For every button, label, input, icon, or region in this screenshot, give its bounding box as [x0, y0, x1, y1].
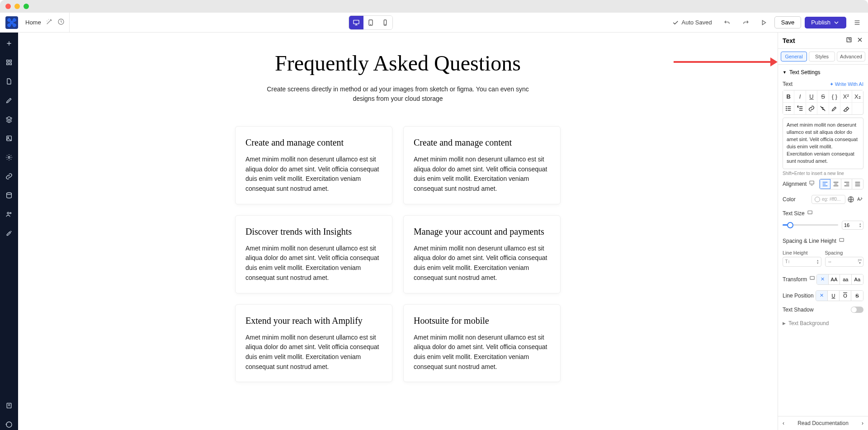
line-height-input[interactable]: T↕▴▾	[783, 257, 821, 267]
read-docs-link[interactable]: Read Documentation	[797, 420, 849, 426]
svg-point-18	[786, 106, 787, 107]
docs-icon[interactable]	[4, 400, 14, 411]
faq-card-body: Amet minim mollit non deserunt ullamco e…	[414, 244, 550, 283]
transform-capitalize-button[interactable]: Aa	[852, 274, 863, 284]
page-subtitle[interactable]: Create screens directly in method or ad …	[258, 85, 538, 104]
align-justify-button[interactable]	[852, 179, 863, 189]
spacing-input[interactable]: ↔px▾	[825, 257, 864, 267]
faq-card[interactable]: Discover trends with InsightsAmet minim …	[235, 215, 392, 293]
unlink-button[interactable]	[817, 103, 829, 114]
alignment-group	[819, 179, 863, 189]
line-pos-strike-button[interactable]: S	[851, 291, 863, 301]
users-icon[interactable]	[4, 209, 14, 220]
link-icon[interactable]	[4, 171, 14, 182]
text-editor[interactable]: Amet minim mollit non deserunt ullamco e…	[783, 118, 863, 169]
subscript-button[interactable]: X₂	[852, 90, 863, 102]
viewport-tablet-button[interactable]	[363, 16, 378, 29]
reset-color-icon[interactable]	[856, 196, 863, 203]
settings-icon[interactable]	[4, 152, 14, 163]
svg-point-11	[8, 137, 9, 138]
align-center-button[interactable]	[830, 179, 841, 189]
faq-card[interactable]: Extend your reach with AmplifyAmet minim…	[235, 304, 392, 383]
section-text-settings[interactable]: ▼ Text Settings	[783, 65, 863, 78]
svg-rect-6	[7, 60, 9, 62]
add-icon[interactable]	[4, 38, 14, 49]
clock-icon[interactable]	[57, 18, 65, 27]
page-icon[interactable]	[4, 76, 14, 87]
link-button[interactable]	[806, 103, 817, 114]
tools-icon[interactable]	[4, 228, 14, 239]
faq-card[interactable]: Create and manage contentAmet minim moll…	[235, 126, 392, 204]
viewport-mobile-button[interactable]	[378, 16, 392, 29]
app-logo[interactable]	[5, 16, 18, 29]
responsive-icon[interactable]	[839, 237, 846, 246]
code-button[interactable]: { }	[829, 90, 840, 102]
alignment-label: Alignment	[783, 181, 807, 187]
responsive-icon[interactable]	[809, 275, 816, 284]
breadcrumb-home[interactable]: Home	[25, 19, 41, 26]
transform-uppercase-button[interactable]: AA	[829, 274, 840, 284]
responsive-icon[interactable]	[809, 180, 816, 188]
expand-icon[interactable]	[845, 36, 853, 45]
tab-general[interactable]: General	[781, 52, 807, 61]
text-size-input[interactable]: 16▴▾	[842, 221, 863, 230]
faq-grid: Create and manage contentAmet minim moll…	[235, 126, 561, 382]
transform-lowercase-button[interactable]: aa	[840, 274, 851, 284]
faq-card[interactable]: Hootsuite for mobileAmet minim mollit no…	[403, 304, 561, 383]
faq-card-title: Create and manage content	[245, 137, 382, 148]
footer-back-icon[interactable]: ‹	[783, 420, 784, 426]
eraser-button[interactable]	[840, 103, 852, 114]
menu-button[interactable]	[850, 16, 864, 29]
grid-icon[interactable]	[4, 57, 14, 68]
line-pos-underline-button[interactable]: U	[828, 291, 840, 301]
unordered-list-button[interactable]	[783, 103, 794, 114]
svg-point-13	[7, 193, 12, 194]
transform-none-button[interactable]: ✕	[817, 274, 828, 284]
canvas[interactable]: Frequently Asked Questions Create screen…	[18, 33, 778, 430]
faq-card[interactable]: Manage your account and paymentsAmet min…	[403, 215, 561, 293]
preview-button[interactable]	[756, 16, 771, 29]
database-icon[interactable]	[4, 190, 14, 201]
page-title[interactable]: Frequently Asked Questions	[194, 51, 601, 76]
global-color-icon[interactable]	[847, 196, 854, 203]
viewport-desktop-button[interactable]	[349, 16, 363, 29]
highlight-button[interactable]	[829, 103, 840, 114]
layers-icon[interactable]	[4, 114, 14, 125]
line-pos-overline-button[interactable]: O	[840, 291, 851, 301]
superscript-button[interactable]: X²	[840, 90, 852, 102]
write-with-ai-button[interactable]: ✦ Write With AI	[830, 81, 863, 87]
strikethrough-button[interactable]: S	[817, 90, 829, 102]
tab-styles[interactable]: Styles	[809, 52, 835, 61]
line-pos-none-button[interactable]: ✕	[816, 291, 828, 301]
save-button[interactable]: Save	[774, 16, 802, 28]
close-panel-icon[interactable]	[856, 36, 863, 45]
faq-card[interactable]: Create and manage contentAmet minim moll…	[403, 126, 561, 204]
undo-button[interactable]	[720, 16, 735, 29]
bold-button[interactable]: B	[783, 90, 794, 102]
transform-group: ✕ AA aa Aa	[816, 274, 863, 285]
section-text-background[interactable]: ▶ Text Background	[783, 316, 863, 329]
align-left-button[interactable]	[820, 179, 830, 189]
caret-right-icon: ▶	[783, 321, 786, 326]
publish-button[interactable]: Publish	[805, 17, 846, 28]
magic-wand-icon[interactable]	[46, 18, 53, 27]
close-window-dot[interactable]	[5, 4, 11, 9]
history-icon[interactable]	[4, 419, 14, 430]
svg-rect-9	[9, 63, 11, 65]
italic-button[interactable]: I	[794, 90, 806, 102]
color-input[interactable]: eg: #ff0...	[811, 195, 845, 204]
pen-icon[interactable]	[4, 95, 14, 106]
responsive-icon[interactable]	[807, 209, 814, 218]
underline-button[interactable]: U	[806, 90, 817, 102]
tab-advanced[interactable]: Advanced	[837, 52, 865, 61]
redo-button[interactable]	[738, 16, 753, 29]
maximize-window-dot[interactable]	[24, 4, 29, 9]
footer-forward-icon[interactable]: ›	[862, 420, 863, 426]
text-size-slider[interactable]: 16▴▾	[783, 221, 863, 230]
minimize-window-dot[interactable]	[14, 4, 20, 9]
text-shadow-toggle[interactable]	[851, 307, 863, 313]
spacing-label: Spacing	[825, 250, 864, 255]
ordered-list-button[interactable]: 1	[794, 103, 806, 114]
align-right-button[interactable]	[841, 179, 852, 189]
image-icon[interactable]	[4, 133, 14, 144]
